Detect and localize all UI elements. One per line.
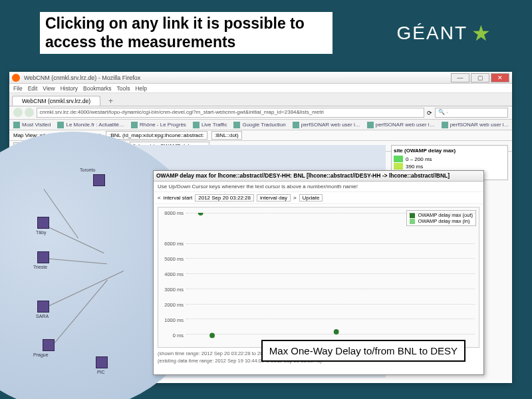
node-sara[interactable] — [37, 301, 49, 313]
node-label: SARA — [36, 314, 49, 319]
node-label: Prague — [33, 352, 49, 357]
legend-row: 390 ms — [394, 163, 505, 170]
reload-icon[interactable]: ⟳ — [427, 110, 432, 116]
legend-row: 0 – 200 ms — [394, 156, 505, 162]
node-toronto[interactable] — [93, 174, 105, 186]
node-label: Trieste — [33, 265, 47, 269]
bookmark-most-visited[interactable]: Most Visited — [13, 122, 51, 128]
forward-button[interactable] — [25, 108, 34, 117]
prev-button[interactable]: < — [158, 195, 161, 201]
bookmark-perfsonar-3[interactable]: perfSONAR web user i… — [442, 122, 509, 128]
window-titlebar: WebCNM (cnmkl.srv.lrz.de) - Mozilla Fire… — [9, 72, 512, 84]
menubar: File Edit View History Bookmarks Tools H… — [9, 84, 512, 93]
browser-tab[interactable]: WebCNM (cnmkl.srv.lrz.de) — [12, 96, 100, 106]
bookmark-livetraffic[interactable]: Live Traffic — [193, 122, 227, 128]
minimize-button[interactable]: — — [451, 73, 469, 82]
delay-plot[interactable]: OWAMP delay max (out) OWAMP delay max (i… — [158, 207, 479, 348]
bookmark-google-trad[interactable]: Google Traduction — [233, 122, 285, 128]
node-prague[interactable] — [43, 339, 55, 351]
annotation-callout: Max One-Way Delay to/from BNL to DESY — [261, 340, 466, 362]
back-button[interactable] — [13, 108, 23, 117]
svg-point-30 — [334, 329, 339, 334]
bookmark-perfsonar-2[interactable]: perfSONAR web user i… — [367, 122, 435, 128]
popup-hint: Use Up/Down Cursor keys whenever the tex… — [154, 182, 483, 192]
svg-point-8 — [209, 333, 215, 338]
interval-label: interval start — [164, 195, 193, 201]
node-label: Toronto — [80, 168, 95, 172]
next-button[interactable]: > — [293, 195, 297, 201]
node-label: PIC — [97, 370, 105, 374]
bookmarks-bar: Most Visited Le Monde.fr : Actualité… Rh… — [9, 120, 512, 130]
search-input[interactable]: 🔍 - — [435, 108, 508, 118]
mode-select[interactable]: interval day — [257, 194, 291, 201]
maximize-button[interactable]: ▢ — [471, 73, 489, 82]
star-icon: ★ — [471, 21, 492, 46]
node-label: Täby — [36, 230, 47, 235]
bookmark-lemonde[interactable]: Le Monde.fr : Actualité… — [57, 122, 124, 128]
screenshot-inset: WebCNM (cnmkl.srv.lrz.de) - Mozilla Fire… — [9, 72, 512, 383]
node-pic[interactable] — [96, 356, 108, 368]
menu-help[interactable]: Help — [135, 85, 146, 92]
bookmark-perfsonar-1[interactable]: perfSONAR web user i… — [293, 122, 360, 128]
menu-file[interactable]: File — [13, 85, 23, 92]
geant-logo: GÉANT★ — [397, 21, 492, 46]
menu-bookmarks[interactable]: Bookmarks — [83, 85, 112, 92]
update-button[interactable]: Update — [299, 194, 323, 201]
menu-history[interactable]: History — [61, 85, 78, 92]
node-taby[interactable] — [37, 217, 49, 229]
svg-point-7 — [198, 213, 203, 215]
firefox-icon — [12, 74, 20, 82]
node-trieste[interactable] — [37, 251, 49, 263]
url-input[interactable]: cnmkl.srv.lrz.de:4000/westart/topo-dynam… — [37, 108, 424, 118]
slide-title: Clicking on any link it is possible to a… — [40, 12, 332, 54]
menu-tools[interactable]: Tools — [117, 85, 130, 92]
new-tab-button[interactable]: + — [103, 96, 118, 106]
legend-title: site (OWAMP delay max) — [394, 148, 505, 154]
interval-input[interactable]: 2012 Sep 20 03:22:28 — [195, 194, 254, 201]
close-button[interactable]: ✕ — [491, 73, 509, 82]
map-id-1: :BNL (id_map:xdot:epg:lhcone::abstract: — [106, 131, 207, 140]
popup-title: OWAMP delay max for lhcone::abstract//DE… — [154, 171, 483, 182]
bookmark-progres[interactable]: Rhône - Le Progrès — [131, 122, 186, 128]
menu-view[interactable]: View — [43, 85, 55, 92]
menu-edit[interactable]: Edit — [28, 85, 38, 92]
window-title: WebCNM (cnmkl.srv.lrz.de) - Mozilla Fire… — [24, 74, 140, 81]
map-id-2: :BNL::dot) — [211, 131, 242, 140]
